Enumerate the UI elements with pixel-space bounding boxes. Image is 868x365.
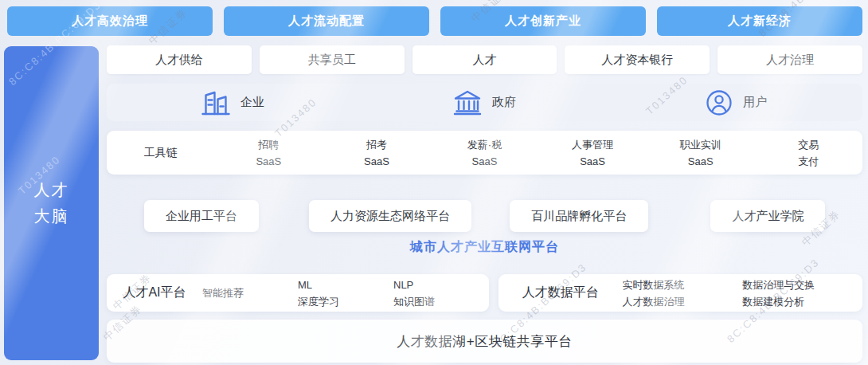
top-tracks-row: 人才高效治理 人才流动配置 人才创新产业 人才新经济	[7, 6, 862, 36]
talent-brain-block: 人才 大脑	[4, 46, 99, 360]
platform-hr-ecosystem-network: 人力资源生态网络平台	[309, 200, 471, 232]
track-new-economy: 人才新经济	[657, 6, 862, 36]
toolchain-item-trade-payment: 交易 支付	[754, 136, 862, 170]
toolchain-item-recruiting-saas: 招聘 SaaS	[215, 136, 323, 170]
supply-box-talent-capital-bank: 人才资本银行	[565, 45, 710, 74]
talent-data-platform-panel: 人才数据平台 实时数据系统 人才数据治理 数据治理与交换 数据建模分析	[499, 274, 862, 312]
platform-talent-industry-academy: 人才产业学院	[710, 200, 825, 232]
building-icon	[201, 89, 230, 116]
actors-row: 企业 政府	[107, 84, 862, 121]
talent-data-platform-title: 人才数据平台	[499, 285, 622, 301]
toolchain-item-exam-saas: 招考 SaaS	[323, 136, 431, 170]
talent-brain-label-line1: 人才	[34, 177, 69, 203]
ai-and-data-platform-row: 人才AI平台 智能推荐 ML 深度学习 NLP 知识图谱 人才数据平台 实时数据…	[107, 274, 862, 312]
platform-enterprise-employment: 企业用工平台	[144, 200, 259, 232]
supply-layer-row: 人才供给 共享员工 人才 人才资本银行 人才治理	[107, 45, 862, 74]
diagram-main-column: 人才供给 共享员工 人才 人才资本银行 人才治理 企业	[107, 45, 862, 363]
talent-brain-label-line2: 大脑	[34, 203, 69, 230]
government-icon	[453, 89, 482, 116]
toolchain-row: 工具链 招聘 SaaS 招考 SaaS 发薪·税 SaaS 人事管理 SaaS …	[107, 131, 862, 175]
actor-user-label: 用户	[743, 95, 767, 110]
toolchain-item-hr-management-saas: 人事管理 SaaS	[538, 136, 647, 170]
talent-platform-diagram: 人才高效治理 人才流动配置 人才创新产业 人才新经济 人才 大脑 人才供给 共享…	[0, 0, 868, 365]
actor-user: 用户	[611, 89, 862, 116]
actor-enterprise: 企业	[107, 89, 358, 116]
ai-item-smart-recommendation: 智能推荐	[202, 285, 298, 301]
data-item-exchange-modeling: 数据治理与交换 数据建模分析	[742, 277, 862, 310]
toolchain-item-vocational-training-saas: 职业实训 SaaS	[647, 136, 755, 170]
track-innovation-industry: 人才创新产业	[440, 6, 646, 36]
actor-government: 政府	[358, 89, 610, 116]
talent-ai-platform-panel: 人才AI平台 智能推荐 ML 深度学习 NLP 知识图谱	[107, 274, 489, 312]
ai-item-ml-deep-learning: ML 深度学习	[298, 277, 393, 310]
platform-baichuan-brand-incubation: 百川品牌孵化平台	[510, 200, 648, 232]
track-efficient-governance: 人才高效治理	[7, 6, 213, 36]
toolchain-title: 工具链	[107, 146, 215, 160]
data-lake-blockchain-platform-bar: 人才数据湖+区块链共享平台	[107, 320, 862, 363]
platforms-row: 企业用工平台 人力资源生态网络平台 百川品牌孵化平台 人才产业学院	[107, 200, 862, 232]
actor-enterprise-label: 企业	[240, 95, 264, 110]
track-mobility-allocation: 人才流动配置	[224, 6, 429, 36]
talent-ai-platform-title: 人才AI平台	[107, 285, 202, 301]
ai-item-nlp-knowledge-graph: NLP 知识图谱	[393, 277, 489, 310]
data-item-realtime-system-governance: 实时数据系统 人才数据治理	[622, 277, 742, 310]
toolchain-item-payroll-tax-saas: 发薪·税 SaaS	[431, 136, 539, 170]
user-icon	[706, 89, 733, 116]
supply-box-talent: 人才	[412, 45, 557, 74]
city-talent-industry-internet-platform-title: 城市人才产业互联网平台	[107, 239, 862, 256]
supply-box-shared-employees: 共享员工	[260, 45, 405, 74]
actor-government-label: 政府	[492, 95, 516, 110]
supply-box-talent-governance: 人才治理	[717, 45, 862, 74]
supply-box-talent-supply: 人才供给	[107, 45, 252, 74]
